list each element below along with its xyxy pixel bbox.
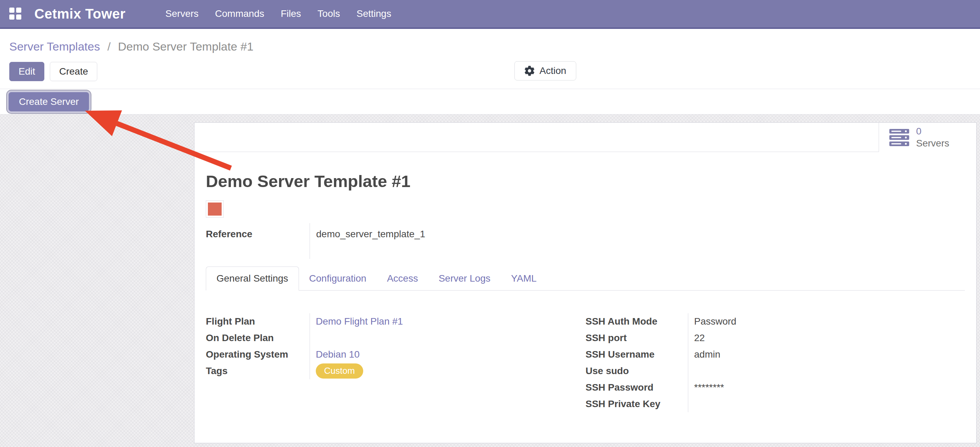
record-buttons: Edit Create [9, 62, 97, 81]
tab-access[interactable]: Access [377, 267, 428, 290]
action-button[interactable]: Action [514, 61, 576, 80]
sheet-header: 0 Servers [194, 123, 976, 152]
page-title: Demo Server Template #1 [206, 172, 965, 191]
field-row-ssh-auth-mode: SSH Auth Mode Password [585, 313, 965, 330]
tag-custom[interactable]: Custom [316, 364, 363, 378]
breadcrumb-separator: / [107, 40, 110, 53]
ssh-auth-mode-value: Password [688, 316, 737, 327]
sheet-body: Demo Server Template #1 Reference demo_s… [194, 172, 976, 412]
color-picker-swatch[interactable] [206, 200, 224, 218]
menu-item-tools[interactable]: Tools [318, 8, 340, 19]
ssh-port-label: SSH port [585, 332, 688, 343]
field-row-ssh-port: SSH port 22 [585, 330, 965, 346]
menu-item-settings[interactable]: Settings [356, 8, 391, 19]
field-row-on-delete-plan: On Delete Plan [206, 330, 585, 346]
servers-stat-button[interactable]: 0 Servers [879, 123, 976, 152]
field-row-tags: Tags Custom [206, 363, 585, 379]
stat-value: 0 [916, 126, 949, 137]
field-row-ssh-private-key: SSH Private Key [585, 396, 965, 412]
notebook-tabs: General Settings Configuration Access Se… [206, 267, 965, 291]
server-template-sheet: 0 Servers Demo Server Template #1 Refere… [194, 122, 977, 443]
flight-plan-label: Flight Plan [206, 316, 310, 327]
tab-general-settings[interactable]: General Settings [206, 267, 299, 291]
ssh-private-key-label: SSH Private Key [585, 399, 688, 410]
ssh-username-value: admin [688, 349, 720, 360]
tags-label: Tags [206, 366, 310, 377]
control-panel: Server Templates / Demo Server Template … [0, 29, 980, 89]
main-menu: Servers Commands Files Tools Settings [165, 8, 391, 19]
menu-item-files[interactable]: Files [281, 8, 301, 19]
field-group-left: Flight Plan Demo Flight Plan #1 On Delet… [206, 313, 585, 379]
on-delete-plan-label: On Delete Plan [206, 332, 310, 343]
tab-configuration[interactable]: Configuration [299, 267, 377, 290]
reference-label: Reference [206, 223, 310, 259]
field-group-right: SSH Auth Mode Password SSH port 22 SSH U… [585, 313, 965, 412]
operating-system-label: Operating System [206, 349, 310, 360]
ssh-password-value: ******** [688, 382, 724, 393]
reference-value: demo_server_template_1 [310, 223, 965, 259]
ssh-auth-mode-label: SSH Auth Mode [585, 316, 688, 327]
top-navbar: Cetmix Tower Servers Commands Files Tool… [0, 0, 980, 29]
stat-label: Servers [916, 137, 949, 149]
field-groups: Flight Plan Demo Flight Plan #1 On Delet… [206, 313, 965, 412]
reference-row: Reference demo_server_template_1 [206, 223, 965, 259]
field-row-use-sudo: Use sudo [585, 363, 965, 379]
use-sudo-label: Use sudo [585, 366, 688, 377]
ssh-username-label: SSH Username [585, 349, 688, 360]
breadcrumb-current: Demo Server Template #1 [118, 40, 253, 53]
field-row-operating-system: Operating System Debian 10 [206, 346, 585, 363]
create-server-bar: Create Server [0, 89, 980, 115]
operating-system-value[interactable]: Debian 10 [310, 349, 360, 360]
field-row-ssh-username: SSH Username admin [585, 346, 965, 363]
ssh-port-value: 22 [688, 332, 705, 343]
menu-item-commands[interactable]: Commands [215, 8, 264, 19]
edit-button[interactable]: Edit [9, 62, 45, 81]
ssh-password-label: SSH Password [585, 382, 688, 393]
form-background: 0 Servers Demo Server Template #1 Refere… [0, 115, 980, 447]
field-row-flight-plan: Flight Plan Demo Flight Plan #1 [206, 313, 585, 330]
create-button[interactable]: Create [50, 62, 97, 81]
apps-grid-icon[interactable] [9, 7, 22, 20]
tags-value: Custom [310, 364, 363, 378]
gear-icon [524, 65, 535, 76]
stat-text: 0 Servers [916, 126, 949, 149]
flight-plan-value[interactable]: Demo Flight Plan #1 [310, 316, 403, 327]
tab-yaml[interactable]: YAML [501, 267, 547, 290]
tab-server-logs[interactable]: Server Logs [428, 267, 501, 290]
breadcrumb: Server Templates / Demo Server Template … [9, 40, 254, 53]
field-row-ssh-password: SSH Password ******** [585, 379, 965, 396]
app-title[interactable]: Cetmix Tower [34, 6, 126, 22]
servers-stack-icon [889, 129, 909, 146]
action-button-label: Action [539, 65, 566, 76]
breadcrumb-parent-link[interactable]: Server Templates [9, 40, 100, 53]
color-swatch-red [208, 203, 222, 216]
create-server-button[interactable]: Create Server [9, 92, 89, 112]
menu-item-servers[interactable]: Servers [165, 8, 198, 19]
